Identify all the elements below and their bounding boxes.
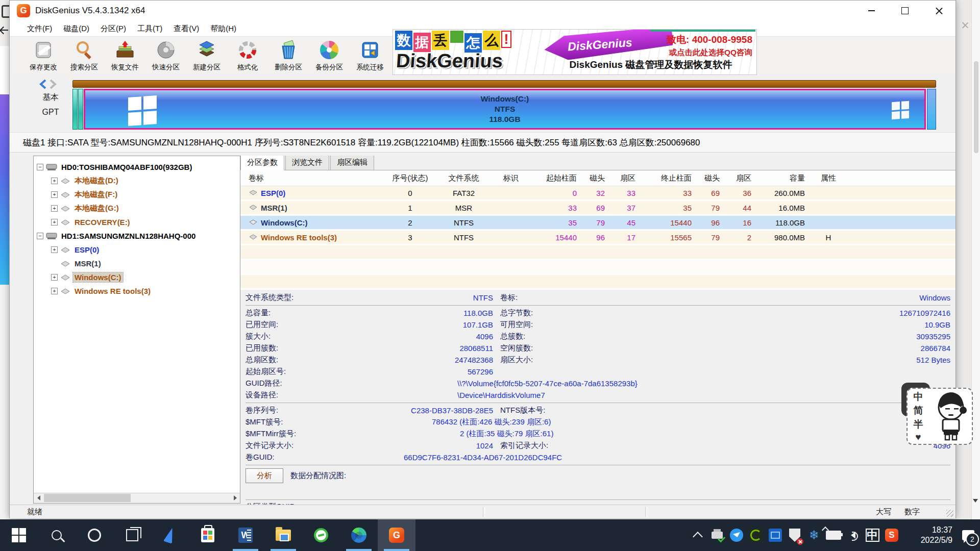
tray-battery[interactable] xyxy=(824,519,843,551)
ad-qq-link[interactable]: 或点击此处选择QQ咨询 xyxy=(650,47,752,58)
search-partition-button[interactable]: 搜索分区 xyxy=(64,37,105,74)
tray-dingtalk[interactable] xyxy=(727,519,746,551)
partition-icon xyxy=(60,260,70,267)
menu-view[interactable]: 查看(V) xyxy=(172,22,201,35)
scrollbar-thumb[interactable] xyxy=(974,61,978,153)
resize-grip[interactable] xyxy=(946,510,953,517)
chevron-up-icon xyxy=(693,532,703,542)
backup-partition-button[interactable]: 备份分区 xyxy=(309,37,350,74)
table-row-windows-c-selected[interactable]: Windows(C:) 2 NTFS 35 79 45 15440 96 16 … xyxy=(240,216,955,231)
word-button[interactable]: W xyxy=(227,519,264,551)
maximize-button[interactable] xyxy=(888,1,922,21)
cortana-button[interactable] xyxy=(76,519,113,551)
minimize-button[interactable] xyxy=(854,1,888,21)
new-partition-button[interactable]: 新建分区 xyxy=(186,37,227,74)
disk-bar[interactable] xyxy=(72,80,936,88)
windows-logo-icon xyxy=(128,95,157,126)
tree-item-local-d[interactable]: + 本地磁盘(D:) xyxy=(34,174,240,188)
recover-files-icon xyxy=(114,39,136,61)
background-close-icon[interactable] xyxy=(961,21,969,29)
tray-nvidia[interactable] xyxy=(746,519,766,551)
tab-partition-parameters[interactable]: 分区参数 xyxy=(240,156,284,170)
taskbar-search-button[interactable] xyxy=(38,519,76,551)
tray-volume[interactable] xyxy=(843,519,863,551)
scroll-left-icon[interactable] xyxy=(34,493,43,503)
tree-item-windows-c[interactable]: + Windows(C:) xyxy=(34,270,240,284)
microsoft-store-button[interactable] xyxy=(189,519,227,551)
expand-toggle[interactable]: + xyxy=(51,191,58,198)
expand-toggle[interactable]: + xyxy=(51,219,58,226)
tree-horizontal-scrollbar[interactable] xyxy=(34,493,240,503)
edge-button[interactable] xyxy=(340,519,378,551)
partition-segment-re-tools[interactable] xyxy=(927,89,936,130)
tree-item-hd1[interactable]: − HD1:SAMSUNGMZNLN128HAHQ-000 xyxy=(34,229,240,243)
collapse-toggle[interactable]: − xyxy=(37,233,43,239)
partition-icon xyxy=(60,219,70,226)
tree-item-recovery-e[interactable]: + RECOVERY(E:) xyxy=(34,215,240,229)
menu-file[interactable]: 文件(F) xyxy=(25,22,54,35)
delete-partition-button[interactable]: 删除分区 xyxy=(268,37,309,74)
scroll-down-icon[interactable] xyxy=(973,499,978,503)
analyze-button[interactable]: 分析 xyxy=(246,468,283,483)
ad-banner[interactable]: 数 据 丢 怎 么 ! DiskGenius DiskGenius 致电: 40… xyxy=(393,29,757,75)
table-row-windows-re-tools[interactable]: Windows RE tools(3) 3 NTFS 15440 96 17 1… xyxy=(240,231,955,245)
expand-toggle[interactable]: + xyxy=(51,288,58,294)
scrollbar-thumb[interactable] xyxy=(44,494,131,502)
ime-mode-chinese[interactable]: 中 xyxy=(914,390,923,404)
start-button[interactable] xyxy=(0,519,38,551)
caps-indicator: 大写 xyxy=(876,507,891,517)
expand-toggle[interactable]: + xyxy=(51,205,58,212)
partition-segment-msr[interactable] xyxy=(78,89,83,130)
tree-item-esp[interactable]: + ESP(0) xyxy=(34,243,240,257)
tree-item-hd0[interactable]: − HD0:TOSHIBAMQ04ABF100(932GB) xyxy=(34,160,240,174)
table-row-esp[interactable]: ESP(0) 0 FAT32 0 32 33 33 69 36 260.0MB xyxy=(240,186,955,201)
menu-partition[interactable]: 分区(P) xyxy=(99,22,128,35)
task-view-button[interactable] xyxy=(113,519,151,551)
tray-sogou[interactable]: S xyxy=(882,519,901,551)
menu-disk[interactable]: 磁盘(D) xyxy=(61,22,91,35)
diskgenius-taskbar-button[interactable]: G xyxy=(378,519,415,551)
format-button[interactable]: 格式化 xyxy=(227,37,268,74)
scroll-right-icon[interactable] xyxy=(230,493,240,503)
tab-sector-edit[interactable]: 扇区编辑 xyxy=(330,156,374,170)
table-row-msr[interactable]: MSR(1) 1 MSR 33 69 37 35 79 44 16.0MB xyxy=(240,201,955,216)
expand-toggle[interactable]: + xyxy=(51,246,58,253)
tree-item-local-f[interactable]: + 本地磁盘(F:) xyxy=(34,188,240,202)
file-explorer-button[interactable] xyxy=(264,519,302,551)
ime-mode-halfwidth[interactable]: 半 xyxy=(914,418,923,431)
diskgenius-app-icon: G xyxy=(17,4,30,17)
browser-360-button[interactable] xyxy=(302,519,340,551)
tree-item-msr[interactable]: MSR(1) xyxy=(34,257,240,270)
feishu-button[interactable] xyxy=(151,519,189,551)
taskbar-clock[interactable]: 18:37 2022/5/9 xyxy=(905,525,952,545)
close-button[interactable] xyxy=(922,1,955,21)
menu-help[interactable]: 帮助(H) xyxy=(208,22,238,35)
expand-toggle[interactable]: + xyxy=(51,178,58,184)
tray-ime-mode[interactable]: 中 xyxy=(863,519,882,551)
tray-security[interactable] xyxy=(785,519,804,551)
action-center-button[interactable]: 2 xyxy=(957,519,980,551)
tray-intel-graphics[interactable] xyxy=(766,519,785,551)
titlebar: G DiskGenius V5.4.3.1342 x64 xyxy=(10,1,955,21)
tree-item-windows-re-tools[interactable]: + Windows RE tools(3) xyxy=(34,284,240,298)
menu-tools[interactable]: 工具(T) xyxy=(135,22,164,35)
ime-status-widget[interactable]: 中 简 半 ♥ xyxy=(906,388,974,445)
tray-printer[interactable] xyxy=(707,519,727,551)
tray-expand-button[interactable] xyxy=(688,519,707,551)
save-changes-button[interactable]: 保存更改 xyxy=(23,37,64,74)
quick-partition-button[interactable]: 快速分区 xyxy=(145,37,186,74)
ime-heart-icon[interactable]: ♥ xyxy=(915,432,921,443)
tab-browse-files[interactable]: 浏览文件 xyxy=(285,156,329,170)
tray-snowflake-app[interactable]: ❄ xyxy=(804,519,824,551)
status-text: 就绪 xyxy=(27,507,42,517)
recover-files-button[interactable]: 恢复文件 xyxy=(105,37,145,74)
expand-toggle[interactable]: + xyxy=(51,274,58,281)
cortana-icon xyxy=(88,529,101,542)
partition-segment-esp[interactable] xyxy=(72,89,78,130)
partition-icon xyxy=(249,233,258,242)
collapse-toggle[interactable]: − xyxy=(37,164,43,170)
ime-mode-simplified[interactable]: 简 xyxy=(914,404,923,417)
tree-item-local-g[interactable]: + 本地磁盘(G:) xyxy=(34,202,240,215)
partition-segment-windows-c[interactable]: Windows(C:) NTFS 118.0GB xyxy=(84,89,926,130)
system-migrate-button[interactable]: 系统迁移 xyxy=(350,37,390,74)
